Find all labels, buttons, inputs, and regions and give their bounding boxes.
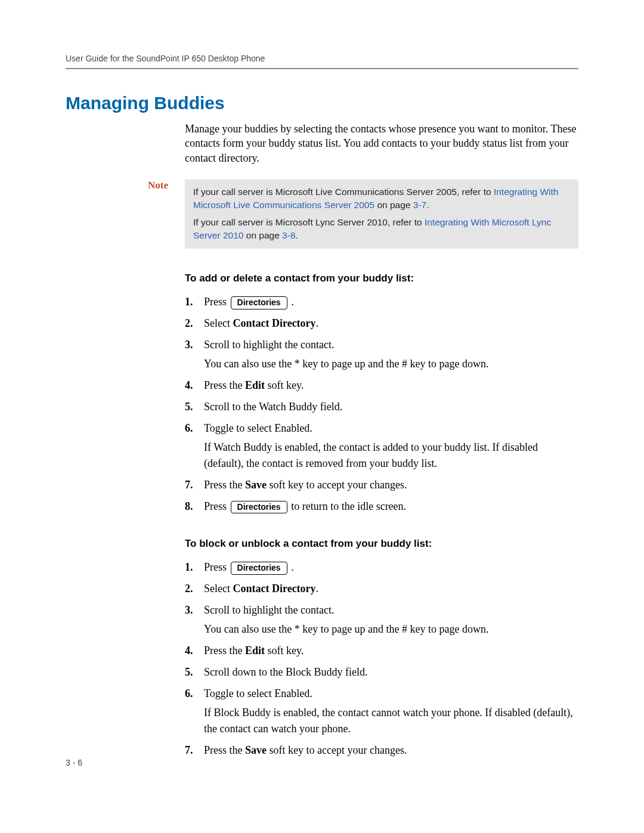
step-text: Press the [204, 744, 245, 756]
step-bold: Contact Directory [233, 317, 315, 329]
step-text: Select [204, 317, 233, 329]
step-text: soft key to accept your changes. [267, 744, 407, 756]
step-text: Scroll to highlight the contact. [204, 604, 334, 616]
step: Press Directories to return to the idle … [185, 498, 578, 514]
step-text: Scroll to highlight the contact. [204, 339, 334, 351]
step-bold: Edit [245, 645, 265, 657]
step-bold: Contact Directory [233, 583, 315, 594]
step-text: soft key. [265, 379, 304, 391]
note-body: If your call server is Microsoft Live Co… [185, 179, 578, 249]
procedure-title: To add or delete a contact from your bud… [185, 272, 578, 284]
note-text: . [296, 230, 298, 240]
directories-button-icon: Directories [231, 501, 287, 514]
step-text: Select [204, 583, 233, 594]
step-subtext: If Watch Buddy is enabled, the contact i… [204, 439, 578, 470]
step-text: Press [204, 296, 230, 308]
step: Press the Save soft key to accept your c… [185, 477, 578, 493]
step: Press Directories . [185, 559, 578, 575]
step: Toggle to select Enabled. If Block Buddy… [185, 686, 578, 736]
note-text: . [426, 200, 429, 210]
step-text: Toggle to select Enabled. [204, 688, 312, 699]
step-bold: Save [245, 479, 267, 491]
section-title: Managing Buddies [66, 93, 578, 113]
body-column: Manage your buddies by selecting the con… [185, 122, 578, 165]
step-text: to return to the idle screen. [291, 500, 406, 512]
step: Press the Edit soft key. [185, 643, 578, 658]
step-text: . [316, 317, 319, 329]
step-text: Scroll to the Watch Buddy field. [204, 401, 342, 413]
step: Scroll to highlight the contact. You can… [185, 337, 578, 371]
note-text: on page [243, 230, 282, 240]
step-text: Press the [204, 645, 245, 657]
step: Select Contact Directory. [185, 315, 578, 331]
step: Press the Edit soft key. [185, 377, 578, 393]
directories-button-icon: Directories [231, 296, 287, 309]
step-subtext: You can also use the * key to page up an… [204, 356, 578, 371]
note-line-1: If your call server is Microsoft Live Co… [193, 185, 570, 212]
step: Toggle to select Enabled. If Watch Buddy… [185, 420, 578, 470]
step: Scroll to the Watch Buddy field. [185, 399, 578, 414]
note-label: Note [66, 179, 185, 249]
step: Select Contact Directory. [185, 581, 578, 596]
note-page-ref[interactable]: 3-7 [413, 200, 426, 210]
note-block: Note If your call server is Microsoft Li… [66, 179, 578, 249]
step-subtext: You can also use the * key to page up an… [204, 621, 578, 637]
step: Press Directories . [185, 294, 578, 309]
note-text: If your call server is Microsoft Lync Se… [193, 217, 425, 227]
directories-button-icon: Directories [231, 562, 287, 575]
step-text: . [291, 561, 294, 573]
step-text: Press the [204, 379, 245, 391]
note-page-ref[interactable]: 3-8 [282, 230, 295, 240]
step-text: soft key. [265, 645, 304, 657]
step-text: Press the [204, 479, 245, 491]
step-text: Scroll down to the Block Buddy field. [204, 666, 367, 678]
intro-paragraph: Manage your buddies by selecting the con… [185, 122, 578, 165]
step-text: . [316, 583, 319, 594]
step-text: Press [204, 500, 230, 512]
page-number: 3 - 6 [66, 758, 82, 767]
step: Scroll down to the Block Buddy field. [185, 664, 578, 680]
page: User Guide for the SoundPoint IP 650 Des… [0, 0, 644, 833]
step-list: Press Directories . Select Contact Direc… [185, 294, 578, 514]
step-bold: Save [245, 744, 267, 756]
step: Scroll to highlight the contact. You can… [185, 602, 578, 637]
note-text: If your call server is Microsoft Live Co… [193, 187, 494, 197]
step: Press the Save soft key to accept your c… [185, 742, 578, 758]
procedure-1: To add or delete a contact from your bud… [185, 272, 578, 758]
step-text: . [291, 296, 294, 308]
step-list: Press Directories . Select Contact Direc… [185, 559, 578, 758]
step-subtext: If Block Buddy is enabled, the contact c… [204, 705, 578, 736]
step-bold: Edit [245, 379, 265, 391]
note-line-2: If your call server is Microsoft Lync Se… [193, 216, 570, 243]
step-text: Press [204, 561, 230, 573]
step-text: soft key to accept your changes. [267, 479, 407, 491]
note-text: on page [374, 200, 413, 210]
procedure-title: To block or unblock a contact from your … [185, 538, 578, 550]
running-header: User Guide for the SoundPoint IP 650 Des… [66, 54, 578, 69]
step-text: Toggle to select Enabled. [204, 422, 312, 434]
